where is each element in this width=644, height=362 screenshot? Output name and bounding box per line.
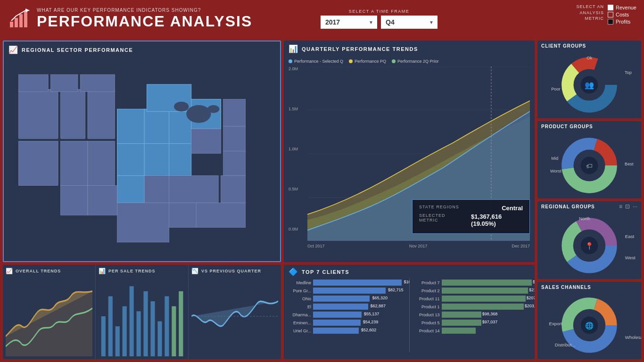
costs-checkbox[interactable]: [608, 12, 613, 17]
overall-icon: 📈: [6, 268, 13, 274]
legend-pq: Performance PQ: [349, 59, 386, 64]
profits-checkbox[interactable]: [608, 19, 613, 25]
legend-label-2q: Performance 2Q Prior: [397, 59, 439, 64]
client-bar-row: Eminen... $54,239: [284, 319, 409, 327]
menu-icon[interactable]: ≡: [619, 203, 622, 210]
regional-groups-title: REGIONAL GROUPS: [541, 204, 595, 209]
product-name: Product 1: [413, 304, 440, 309]
svg-rect-84: [150, 301, 155, 356]
x-axis-labels: Oct 2017 Nov 2017 Dec 2017: [307, 243, 530, 249]
tooltip-metric-row: SELECTED METRIC $1,367,616 (19.05%): [419, 213, 523, 227]
svg-rect-33: [117, 203, 169, 242]
product-name: Product 11: [413, 296, 440, 301]
metric-profits[interactable]: Profits: [608, 19, 636, 25]
x-label-dec: Dec 2017: [512, 244, 530, 248]
svg-rect-82: [137, 311, 141, 356]
product-value: $207,296: [527, 296, 535, 300]
quarterly-trends-header: 📊 QUARTERLY PERFORMANCE TRENDS: [284, 41, 535, 57]
bottom-trends-panel: 📈 OVERALL TRENDS 📊 PER SALE TRENDS: [3, 265, 281, 359]
svg-rect-34: [18, 141, 58, 185]
x-label-oct: Oct 2017: [307, 244, 325, 248]
top-clients-panel: 🔷 TOP 7 CLIENTS Medline $101,574 Pure Gr…: [284, 265, 535, 359]
sales-channels-panel: SALES CHANNELS 🌐 Wholesale Export Distri…: [537, 282, 641, 360]
svg-rect-8: [88, 90, 115, 139]
product-bar-row: Product 1 $203,089: [410, 303, 535, 311]
svg-rect-77: [101, 316, 106, 356]
header-text-block: WHAT ARE OUR KEY PERFORMANCE INDICATORS …: [37, 8, 252, 30]
quarter-select[interactable]: Q4 Q1 Q2 Q3: [381, 16, 438, 29]
header-subtitle: WHAT ARE OUR KEY PERFORMANCE INDICATORS …: [37, 8, 252, 13]
more-icon[interactable]: ···: [633, 203, 637, 210]
legend-label-pq: Performance PQ: [355, 59, 386, 64]
product-name: Product 14: [413, 329, 440, 333]
client-bar-wrapper: $54,239: [313, 320, 406, 326]
tooltip-state-row: STATE REGIONS Central: [419, 205, 523, 212]
svg-rect-21: [191, 129, 221, 153]
client-name: Medline: [287, 280, 311, 285]
product-bar-row: Product 11 $207,296: [410, 295, 535, 303]
expand-icon[interactable]: ⊡: [625, 203, 630, 210]
svg-text:Worst: Worst: [550, 169, 561, 173]
svg-rect-29: [117, 176, 145, 203]
year-select[interactable]: 2017 2016 2015 2018: [321, 16, 377, 29]
overall-trends-title: OVERALL TRENDS: [16, 269, 61, 273]
client-groups-svg: 👥 Top Poor Ok: [537, 49, 641, 115]
costs-label: Costs: [616, 12, 629, 17]
analysis-metric-label: SELECT ANANALYSISMETRIC: [577, 4, 604, 22]
revenue-checkbox[interactable]: [608, 5, 613, 10]
y-label-2m: 2.0M: [289, 66, 307, 71]
y-label-1m: 1.0M: [289, 147, 307, 151]
svg-rect-17: [117, 144, 145, 176]
product-bar-row: Product 14: [410, 327, 535, 335]
svg-text:Mid: Mid: [551, 156, 558, 161]
svg-text:Wholesale: Wholesale: [625, 335, 641, 340]
sales-channels-svg: 🌐 Wholesale Export Distribut...: [537, 291, 641, 356]
product-bar: [442, 280, 532, 286]
quarter-select-wrapper[interactable]: Q4 Q1 Q2 Q3: [381, 16, 438, 29]
svg-rect-79: [116, 326, 120, 356]
tooltip-metric-label: SELECTED METRIC: [419, 213, 462, 227]
svg-rect-81: [130, 286, 134, 356]
product-value: $203,089: [525, 304, 535, 308]
product-bar-wrapper: $97,037: [442, 320, 532, 326]
product-bar: [442, 328, 476, 334]
product-bar: [442, 312, 481, 318]
product-bar-row: Product 5 $97,037: [410, 319, 535, 327]
svg-rect-86: [165, 296, 169, 357]
product-bar-wrapper: $203,089: [442, 304, 532, 310]
header-title: PERFORMANCE ANALYSIS: [37, 13, 252, 30]
client-bar-row: Medline $101,574: [284, 279, 409, 287]
product-groups-chart: 🏷 Best Worst Mid: [537, 130, 641, 196]
svg-rect-0: [10, 22, 13, 27]
client-bar-row: Pure Gr... $82,715: [284, 287, 409, 295]
client-bar: [313, 296, 370, 302]
svg-rect-14: [117, 109, 145, 143]
client-bar-row: Uriel Gr... $52,602: [284, 327, 409, 335]
svg-rect-83: [143, 291, 148, 356]
us-map-svg: [4, 58, 280, 259]
svg-text:🌐: 🌐: [585, 321, 594, 330]
right-column: CLIENT GROUPS 👥 Top Poor Ok: [537, 41, 641, 359]
tooltip-state-value: Central: [502, 205, 523, 212]
product-bar-row: Product 13 $98,368: [410, 311, 535, 319]
client-groups-chart: 👥 Top Poor Ok: [537, 49, 641, 115]
client-rows-container: Medline $101,574 Pure Gr... $82,715 Ohio…: [284, 279, 409, 335]
legend-selected-q: Performance - Selected Q: [289, 59, 343, 64]
time-frame-section: SELECT A TIME FRAME 2017 2016 2015 2018 …: [321, 9, 438, 29]
metric-costs[interactable]: Costs: [608, 12, 636, 17]
year-select-wrapper[interactable]: 2017 2016 2015 2018: [321, 16, 377, 29]
svg-rect-87: [172, 306, 176, 356]
chart-legend: Performance - Selected Q Performance PQ …: [284, 57, 535, 66]
product-bar-wrapper: $213,839: [442, 288, 532, 294]
client-bar-wrapper: $52,602: [313, 328, 406, 334]
product-value: $98,368: [482, 312, 498, 316]
metric-revenue[interactable]: Revenue: [608, 5, 636, 10]
svg-rect-35: [60, 186, 88, 215]
svg-rect-10: [50, 74, 78, 92]
svg-rect-13: [88, 141, 115, 185]
svg-rect-31: [169, 176, 219, 203]
client-bar: [313, 280, 402, 286]
client-bar-wrapper: $82,715: [313, 288, 406, 294]
svg-rect-7: [60, 90, 85, 139]
svg-text:Ok: Ok: [586, 56, 592, 60]
